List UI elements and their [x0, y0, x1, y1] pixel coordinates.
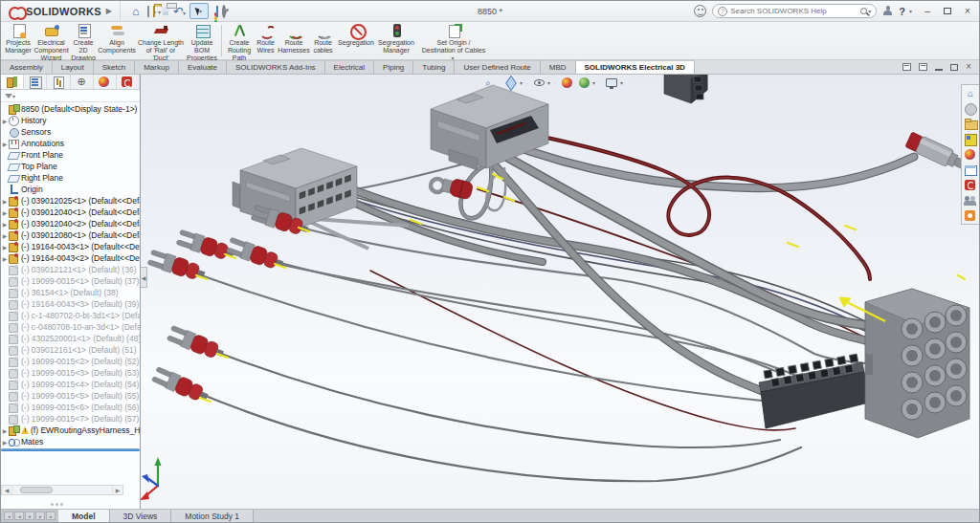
expand-icon[interactable]: ▶: [1, 427, 9, 434]
expand-icon[interactable]: ▶: [1, 209, 9, 216]
design-library-icon[interactable]: [964, 102, 977, 115]
save-icon[interactable]: ▾: [160, 7, 161, 16]
tab-scroll-buttons[interactable]: ◂◂▸▸▸: [1, 510, 58, 522]
expand-icon[interactable]: ▶: [1, 439, 9, 446]
search-input[interactable]: [730, 7, 858, 15]
tree-item[interactable]: ▶(-) 039012080<1> (Default<<Default: [1, 229, 140, 241]
tree-item[interactable]: ▶(f) EWRoutingAssyHarness_HB(: [1, 425, 140, 436]
tree-item[interactable]: (-) 19099-0015<6> (Default) (56): [1, 402, 140, 413]
tree-item[interactable]: (-) c-1-480702-0-bt-3d1<1> (Default: [1, 310, 140, 321]
properties-icon[interactable]: [216, 7, 218, 16]
select-tool[interactable]: ▾: [189, 3, 209, 19]
ribbon-button-wires[interactable]: Route Wires: [254, 23, 278, 58]
tree-item[interactable]: Right Plane: [1, 172, 140, 184]
tree-item[interactable]: ▶(-) 039012040<2> (Default<<Default: [1, 218, 140, 229]
tree-item[interactable]: Front Plane: [1, 149, 140, 161]
tree-item[interactable]: (-) 19099-0015<7> (Default) (57): [1, 413, 140, 425]
expand-icon[interactable]: ▶: [1, 118, 9, 124]
tree-item[interactable]: ▶(-) 039012040<1> (Default<<Default: [1, 207, 140, 218]
electrical-manager-tab[interactable]: [117, 75, 140, 89]
tree-item[interactable]: (-) 36154<1> (Default) (38): [1, 287, 140, 298]
tree-item[interactable]: (-) 19164-0043<3> (Default) (39): [1, 298, 140, 310]
tree-item[interactable]: (-) 039012121<1> (Default) (36): [1, 264, 140, 275]
solidworks-logo[interactable]: SOLIDWORKS ▶: [1, 1, 121, 21]
ribbon-button-harness[interactable]: Route Harnesses: [278, 23, 310, 58]
command-tab-solidworks-electrical-3d[interactable]: SOLIDWORKS Electrical 3D: [576, 60, 695, 74]
pane-icon-b[interactable]: [919, 63, 927, 71]
tree-horizontal-scrollbar[interactable]: ◀ ▶: [1, 485, 123, 495]
display-manager-tab[interactable]: [94, 75, 117, 89]
dimxpert-manager-tab[interactable]: ⊕: [71, 75, 94, 89]
tree-item[interactable]: (-) c-0480708-10-an-3d<1> (Default: [1, 321, 140, 333]
tree-item[interactable]: (-) 19099-0015<2> (Default) (52): [1, 356, 140, 367]
restore-button[interactable]: [942, 6, 953, 17]
expand-icon[interactable]: ▶: [1, 255, 9, 262]
expand-icon[interactable]: ▶: [1, 198, 9, 205]
new-document-icon[interactable]: [147, 7, 149, 16]
ribbon-button-cables[interactable]: Route cables: [310, 23, 336, 58]
help-button[interactable]: ?: [899, 6, 905, 17]
command-tab-evaluate[interactable]: Evaluate: [179, 60, 227, 74]
bottom-tab-motion-study-1[interactable]: Motion Study 1: [171, 510, 254, 522]
electrical-manager-icon[interactable]: [964, 179, 977, 191]
command-tab-markup[interactable]: Markup: [135, 60, 179, 74]
scene-icon[interactable]: [577, 76, 590, 89]
doc-minimize-icon[interactable]: [935, 69, 943, 71]
home-icon[interactable]: ⌂: [128, 4, 144, 19]
expand-icon[interactable]: ▶: [1, 244, 9, 251]
command-tab-electrical[interactable]: Electrical: [325, 60, 374, 74]
scroll-left-button[interactable]: ◀: [2, 486, 12, 494]
expand-icon[interactable]: ▶: [1, 141, 9, 147]
help-caret-icon[interactable]: ▾: [909, 8, 912, 14]
feature-manager-tab[interactable]: [1, 75, 24, 89]
ribbon-button-setorigin[interactable]: Set Origin / Destination of Cables▾: [416, 23, 491, 58]
ribbon-button-routepath[interactable]: Create Routing Path: [225, 23, 254, 58]
command-tab-assembly[interactable]: Assembly: [1, 60, 53, 74]
expand-icon[interactable]: ▶: [1, 221, 9, 228]
ribbon-button-length[interactable]: Change Length of 'Rail' or 'Duct': [136, 23, 186, 58]
open-icon[interactable]: ▾: [153, 7, 156, 16]
graphics-viewport[interactable]: ⌕· ▾· ▾· ▾· ▾ ⌂ ◀: [141, 75, 979, 511]
command-tab-mbd[interactable]: MBD: [541, 60, 576, 74]
tree-item[interactable]: (-) 4302520001<1> (Default) (48): [1, 333, 140, 344]
property-manager-tab[interactable]: [24, 75, 47, 89]
minimize-button[interactable]: –: [922, 6, 933, 17]
command-tab-piping[interactable]: Piping: [374, 60, 413, 74]
view-palette-icon[interactable]: [964, 133, 977, 145]
appearances-icon[interactable]: [964, 148, 977, 161]
ribbon-button-seg[interactable]: Segregation: [336, 23, 376, 58]
search-box[interactable]: ? ▾: [712, 4, 877, 18]
tree-item[interactable]: ▶(-) 19164-0043<1> (Default<<Defau: [1, 241, 140, 252]
tree-item[interactable]: ▶(-) 19164-0043<2> (Default<<Defau: [1, 252, 140, 264]
custom-properties-icon[interactable]: [964, 163, 977, 176]
ribbon-button-bom[interactable]: Update BOM Properties: [186, 23, 218, 58]
rollback-bar[interactable]: [1, 448, 140, 451]
panel-collapse-arrow[interactable]: ◀: [141, 267, 147, 288]
feedback-icon[interactable]: [694, 5, 706, 17]
hide-show-icon[interactable]: [532, 76, 546, 89]
bottom-tab-3d-views[interactable]: 3D Views: [110, 510, 172, 522]
pane-icon-a[interactable]: [902, 63, 911, 71]
ribbon-button-projects[interactable]: Projects Manager: [3, 23, 33, 58]
ribbon-button-segman[interactable]: Segregation Manager: [376, 23, 416, 58]
tree-item[interactable]: 8850 (Default<Display State-1>): [1, 103, 140, 115]
command-tab-sketch[interactable]: Sketch: [94, 60, 135, 74]
search-icon[interactable]: [860, 8, 867, 14]
tree-item[interactable]: ▶Mates: [1, 436, 140, 447]
tree-item[interactable]: (-) 19099-0015<4> (Default) (54): [1, 379, 140, 390]
expand-icon[interactable]: ▶: [1, 232, 9, 239]
file-explorer-icon[interactable]: [964, 118, 977, 130]
ribbon-button-align[interactable]: Align Components: [98, 23, 136, 58]
view-orientation-icon[interactable]: [504, 76, 518, 89]
tree-filter-bar[interactable]: ▾: [1, 90, 140, 102]
command-tab-solidworks-add-ins[interactable]: SOLIDWORKS Add-Ins: [227, 60, 325, 74]
configuration-manager-tab[interactable]: [47, 75, 70, 89]
view-settings-icon[interactable]: [605, 76, 618, 89]
command-tab-layout[interactable]: Layout: [53, 60, 94, 74]
tree-item[interactable]: Origin: [1, 184, 140, 195]
bottom-tab-model[interactable]: Model: [58, 510, 110, 522]
login-icon[interactable]: [882, 6, 893, 16]
tree-item[interactable]: Top Plane: [1, 161, 140, 172]
scroll-thumb[interactable]: [20, 487, 53, 493]
ribbon-button-draw2d[interactable]: Create 2D Drawing: [69, 23, 98, 58]
